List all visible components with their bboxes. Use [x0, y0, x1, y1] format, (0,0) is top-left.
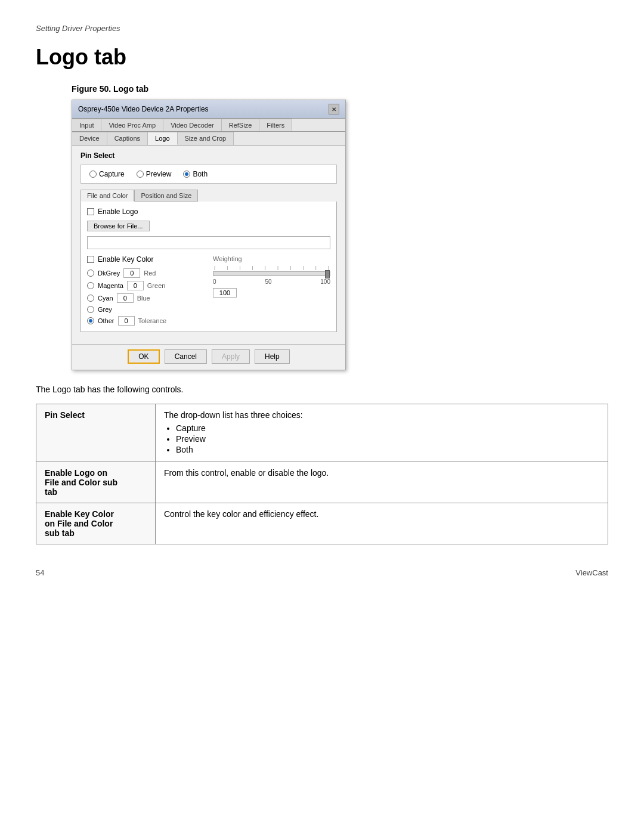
- radio-circle-capture[interactable]: [89, 171, 97, 178]
- dialog-buttons: OK Cancel Apply Help: [72, 344, 345, 370]
- help-button[interactable]: Help: [255, 349, 290, 364]
- radio-circle-preview[interactable]: [137, 171, 144, 178]
- sub-tab-position-and-size[interactable]: Position and Size: [134, 190, 198, 202]
- radio-circle-both[interactable]: [183, 171, 190, 178]
- enable-logo-row: Enable Logo: [87, 208, 330, 216]
- radio-magenta[interactable]: [87, 282, 94, 289]
- pin-select-box: Capture Preview Both: [80, 165, 337, 184]
- table-header-enable-logo: Enable Logo onFile and Color subtab: [36, 462, 156, 503]
- tab-captions[interactable]: Captions: [107, 132, 148, 145]
- radio-label-preview: Preview: [146, 170, 172, 178]
- enable-logo-label: Enable Logo: [98, 208, 138, 216]
- slider-track[interactable]: [213, 271, 330, 276]
- radio-capture[interactable]: Capture: [89, 170, 125, 178]
- radio-grey[interactable]: [87, 306, 94, 313]
- page-number: 54: [36, 568, 44, 577]
- label-tolerance: Tolerance: [138, 317, 159, 324]
- body-text: The Logo tab has the following controls.: [36, 385, 608, 394]
- pin-select-bullets: Capture Preview Both: [164, 423, 599, 454]
- color-row-other: Other Tolerance: [87, 316, 205, 326]
- table-desc-enable-key-color: Control the key color and efficiency eff…: [156, 503, 608, 544]
- radio-both[interactable]: Both: [183, 170, 208, 178]
- table-row-enable-key-color: Enable Key Coloron File and Colorsub tab…: [36, 503, 608, 544]
- key-color-section: Enable Key Color DkGrey Red: [87, 255, 330, 326]
- radio-label-both: Both: [193, 170, 208, 178]
- tab-video-decoder[interactable]: Video Decoder: [163, 119, 222, 131]
- pin-select-desc-intro: The drop-down list has three choices:: [164, 410, 303, 420]
- weighting-value-input[interactable]: [213, 288, 237, 298]
- table-desc-pin-select: The drop-down list has three choices: Ca…: [156, 404, 608, 462]
- tab-refsize[interactable]: RefSize: [222, 119, 260, 131]
- enable-key-color-row: Enable Key Color: [87, 255, 205, 264]
- tick-10: |: [328, 265, 329, 270]
- label-red: Red: [144, 270, 165, 277]
- table-row-pin-select: Pin Select The drop-down list has three …: [36, 404, 608, 462]
- color-row-dkgrey: DkGrey Red: [87, 268, 205, 278]
- tick-7: |: [290, 265, 291, 270]
- label-blue: Blue: [137, 295, 158, 302]
- weighting-label: Weighting: [213, 255, 330, 262]
- label-cyan: Cyan: [98, 295, 113, 302]
- bullet-capture: Capture: [176, 423, 599, 433]
- dialog-window: Osprey-450e Video Device 2A Properties ✕…: [72, 100, 346, 370]
- tab-input[interactable]: Input: [72, 119, 101, 131]
- dialog-title: Osprey-450e Video Device 2A Properties: [78, 105, 209, 113]
- bullet-both: Both: [176, 445, 599, 454]
- table-row-enable-logo: Enable Logo onFile and Color subtab From…: [36, 462, 608, 503]
- slider-mid-label: 50: [265, 278, 271, 285]
- tick-9: |: [315, 265, 317, 270]
- color-row-magenta: Magenta Green: [87, 281, 205, 290]
- slider-max-label: 100: [320, 278, 330, 285]
- tick-2: |: [227, 265, 228, 270]
- input-tolerance[interactable]: [118, 316, 135, 326]
- apply-button[interactable]: Apply: [212, 349, 250, 364]
- tick-4: |: [252, 265, 253, 270]
- enable-logo-checkbox[interactable]: [87, 208, 94, 215]
- tick-8: |: [302, 265, 304, 270]
- key-color-right: Weighting | | | | | | | | | |: [213, 255, 330, 326]
- dialog-tab-bar-bottom: Device Captions Logo Size and Crop: [72, 132, 345, 145]
- brand-name: ViewCast: [575, 568, 608, 577]
- color-row-grey: Grey: [87, 306, 205, 313]
- input-blue[interactable]: [117, 293, 134, 303]
- figure-label: Figure 50. Logo tab: [72, 84, 608, 94]
- radio-preview[interactable]: Preview: [137, 170, 172, 178]
- label-other: Other: [98, 317, 114, 324]
- label-grey: Grey: [98, 306, 112, 313]
- browse-file-button[interactable]: Browse for File...: [87, 221, 150, 231]
- tab-video-proc-amp[interactable]: Video Proc Amp: [101, 119, 163, 131]
- dialog-close-button[interactable]: ✕: [329, 104, 339, 114]
- radio-other[interactable]: [87, 317, 94, 324]
- input-green[interactable]: [127, 281, 144, 290]
- ok-button[interactable]: OK: [128, 349, 159, 364]
- dialog-titlebar: Osprey-450e Video Device 2A Properties ✕: [72, 100, 345, 119]
- dialog-content: Pin Select Capture Preview Both File and…: [72, 145, 345, 344]
- tab-size-and-crop[interactable]: Size and Crop: [178, 132, 234, 145]
- breadcrumb: Setting Driver Properties: [36, 24, 608, 33]
- bullet-preview: Preview: [176, 434, 599, 444]
- slider-thumb[interactable]: [325, 270, 330, 278]
- cancel-button[interactable]: Cancel: [165, 349, 207, 364]
- label-magenta: Magenta: [98, 282, 123, 289]
- radio-dkgrey[interactable]: [87, 270, 94, 277]
- tick-marks: | | | | | | | | | |: [213, 265, 330, 270]
- key-color-left: Enable Key Color DkGrey Red: [87, 255, 205, 326]
- sub-tab-file-and-color[interactable]: File and Color: [80, 190, 134, 202]
- color-rows: DkGrey Red Magenta Green: [87, 268, 205, 326]
- tick-1: |: [214, 265, 215, 270]
- sub-tab-bar: File and Color Position and Size: [80, 190, 337, 202]
- table-desc-enable-logo: From this control, enable or disable the…: [156, 462, 608, 503]
- color-row-cyan: Cyan Blue: [87, 293, 205, 303]
- radio-cyan[interactable]: [87, 295, 94, 302]
- info-table: Pin Select The drop-down list has three …: [36, 404, 608, 544]
- tab-filters[interactable]: Filters: [259, 119, 292, 131]
- tab-logo[interactable]: Logo: [148, 132, 177, 145]
- slider-labels: 0 50 100: [213, 278, 330, 285]
- tick-5: |: [265, 265, 266, 270]
- table-header-enable-key-color: Enable Key Coloron File and Colorsub tab: [36, 503, 156, 544]
- table-header-pin-select: Pin Select: [36, 404, 156, 462]
- input-red[interactable]: [123, 268, 140, 278]
- tab-device[interactable]: Device: [72, 132, 107, 145]
- label-green: Green: [147, 282, 168, 289]
- enable-key-color-checkbox[interactable]: [87, 256, 94, 263]
